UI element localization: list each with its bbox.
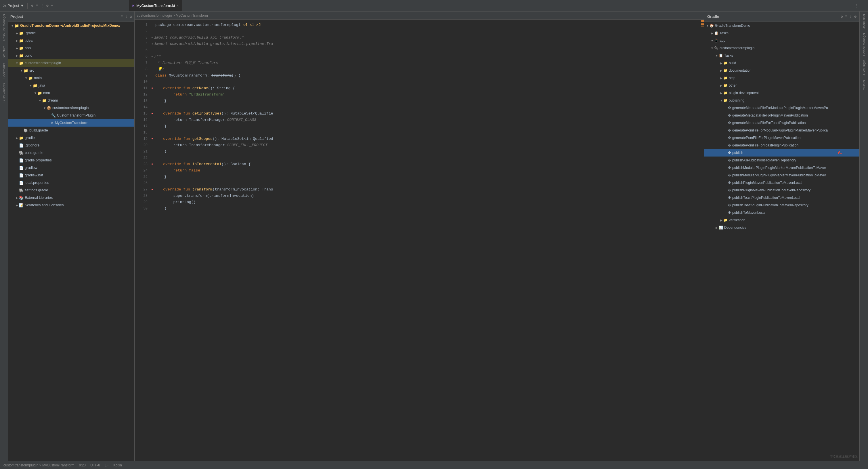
- tree-item-com-dir[interactable]: ▼📁com: [8, 89, 134, 97]
- gradle-item-pub-plugin-repo[interactable]: ⚙publishPluginMavenPublicationToMavenRep…: [704, 186, 859, 194]
- tree-item-plugin-pkg[interactable]: ▼📦customtransformplugin: [8, 104, 134, 112]
- gradle-icon-2[interactable]: ≡: [845, 14, 847, 19]
- tree-item-plugin-dir[interactable]: ▼📁customtransformplugin: [8, 59, 134, 67]
- tree-item-java-dir[interactable]: ▼📁java: [8, 82, 134, 89]
- emulator-label[interactable]: Emulator: [862, 80, 866, 92]
- bookmarks-label[interactable]: Bookmarks: [2, 63, 6, 79]
- tree-label-gradlew: gradlew: [25, 166, 37, 170]
- gradle-item-tasks1[interactable]: ▶📋Tasks: [704, 29, 859, 37]
- code-segment: Transform: [211, 72, 231, 79]
- gradle-item-tasks2[interactable]: ▼📋Tasks: [704, 52, 859, 59]
- gradle-item-build-tasks[interactable]: ▶📁build: [704, 59, 859, 67]
- toolbar-icon-4[interactable]: ⚙: [46, 3, 49, 8]
- gradle-icon-pub-modular-local: ⚙: [728, 166, 731, 170]
- gradle-item-verification[interactable]: ▶📁verification: [704, 216, 859, 224]
- panel-icon-2[interactable]: ↕: [125, 14, 127, 19]
- panel-icon-1[interactable]: ≡: [121, 14, 123, 19]
- tree-item-main-dir[interactable]: ▼📁main: [8, 74, 134, 82]
- code-line-24: return false: [151, 168, 700, 174]
- code-segment: (): MutableSet<Qualifie: [221, 111, 273, 117]
- tree-item-build-dir[interactable]: ▶📁build: [8, 52, 134, 59]
- gradle-item-pub-toast-repo[interactable]: ⚙publishToastPluginPublicationToMavenRep…: [704, 201, 859, 209]
- gradle-item-plugin-dev[interactable]: ▶📁plugin development: [704, 89, 859, 97]
- tree-arrow-scratches: ▶: [15, 204, 19, 207]
- panel-icon-3[interactable]: ⚙: [130, 14, 132, 19]
- gradle-item-gen-meta-modular[interactable]: ⚙generateMetadataFileForModularPluginPlu…: [704, 104, 859, 112]
- gradle-icon-1[interactable]: ⚙: [841, 14, 843, 19]
- tree-item-scratches[interactable]: ▶📝Scratches and Consoles: [8, 201, 134, 209]
- tree-item-mct-file[interactable]: KMyCustomTransform: [8, 119, 134, 126]
- gradle-item-pub-all[interactable]: ⚙publishAllPublicationsToMavenRepository: [704, 156, 859, 164]
- code-line-6: ◀/**: [151, 54, 700, 60]
- code-segment: printLog(): [155, 199, 195, 205]
- build-variants-label[interactable]: Build Variants: [2, 83, 6, 102]
- gradle-item-root[interactable]: ▼🏠GradleTransformDemo: [704, 22, 859, 29]
- tree-item-idea-dir[interactable]: ▶📁.idea: [8, 37, 134, 44]
- gradle-item-pub-modular-repo[interactable]: ⚙publishModularPluginPluginMarkerMavenPu…: [704, 172, 859, 179]
- toolbar-icon-5[interactable]: —: [51, 3, 53, 8]
- toolbar-icon-1[interactable]: ⊕: [31, 3, 33, 8]
- toolbar-icon-2[interactable]: ≡: [36, 3, 38, 8]
- gradle-icon-4[interactable]: ⚙: [854, 14, 857, 19]
- tree-item-build-gradle[interactable]: 🐘build.gradle: [8, 126, 134, 134]
- tree-icon-local-props: 📄: [19, 181, 24, 185]
- gradle-item-pub-toast-local[interactable]: ⚙publishToastPluginPublicationToMavenLoc…: [704, 194, 859, 201]
- asm-plugin-label[interactable]: ASMPlugin: [862, 60, 866, 76]
- tree-item-gradlew[interactable]: 📄gradlew: [8, 164, 134, 172]
- tree-item-gradle-props[interactable]: 📄gradle.properties: [8, 156, 134, 164]
- gradle-item-gen-pom-modular[interactable]: ⚙generatePomFileForModularPluginPluginMa…: [704, 126, 859, 134]
- tab-close-button[interactable]: ×: [177, 4, 179, 7]
- minimize-icon[interactable]: —: [862, 3, 866, 8]
- toolbar-icon-3[interactable]: ⋮: [40, 3, 44, 8]
- project-dropdown[interactable]: 🗂 Project ▼: [2, 3, 24, 8]
- tree-item-local-props[interactable]: 📄local.properties: [8, 179, 134, 186]
- tree-item-src-dir[interactable]: ▼📁src: [8, 67, 134, 74]
- tree-item-root[interactable]: ▼📁GradleTransformDemo ~/AndroidStudioPro…: [8, 22, 134, 29]
- tree-item-dream-dir[interactable]: ▼📁dream: [8, 97, 134, 104]
- more-icon[interactable]: ⋮: [855, 3, 859, 8]
- tree-icon-main-dir: 📁: [28, 76, 33, 80]
- gutter-mark-4: [701, 24, 704, 25]
- tree-item-build-gradle2[interactable]: 🐘build.gradle: [8, 149, 134, 156]
- tree-item-gradle2-dir[interactable]: ▶📁gradle: [8, 134, 134, 142]
- gutter-mark-3: [701, 23, 704, 24]
- code-segment: SCOPE_FULL_PROJECT: [227, 142, 268, 148]
- tab-mycustomtransform[interactable]: K MyCustomTransform.kt ×: [129, 0, 182, 11]
- tree-item-ctplugin-file[interactable]: 🔧CustomTransformPlugin: [8, 112, 134, 119]
- code-content[interactable]: package com.dream.customtransformplugi ⚠…: [149, 20, 700, 461]
- gradle-item-publishing[interactable]: ▼📁publishing: [704, 97, 859, 104]
- code-line-22: [151, 155, 700, 161]
- tree-item-app-dir[interactable]: ▶📁app: [8, 44, 134, 52]
- tree-item-ext-libs[interactable]: ▶📚External Libraries: [8, 194, 134, 201]
- json-editor-label[interactable]: JsonEditor: [862, 14, 866, 29]
- gradle-item-pub-to-local[interactable]: ⚙publishToMavenLocal: [704, 209, 859, 216]
- tree-item-gradle-dir[interactable]: ▶📁.gradle: [8, 29, 134, 37]
- tree-icon-idea-dir: 📁: [19, 38, 24, 43]
- gradle-icon-3[interactable]: ↕: [849, 14, 852, 19]
- gradle-item-other-tasks[interactable]: ▶📁other: [704, 82, 859, 89]
- tree-icon-java-dir: 📁: [33, 83, 37, 88]
- structure-label[interactable]: Structure: [2, 46, 6, 58]
- tree-item-gradlew-bat[interactable]: 📄gradlew.bat: [8, 172, 134, 179]
- gradle-item-dependencies[interactable]: ▶📊Dependencies: [704, 224, 859, 231]
- device-manager-label[interactable]: Device Manager: [862, 33, 866, 56]
- code-line-9: class MyCustomTransform: Transform() {: [151, 72, 700, 79]
- gradle-item-pub-modular-local[interactable]: ⚙publishModularPluginPluginMarkerMavenPu…: [704, 164, 859, 172]
- gradle-item-plugin-node[interactable]: ▼🔌customtransformplugin: [704, 44, 859, 52]
- watermark: ©转主巡金技术社区: [830, 454, 858, 459]
- gradle-item-gen-pom-toast[interactable]: ⚙generatePomFileForToastPluginPublicatio…: [704, 142, 859, 149]
- gradle-item-pub-plugin-local[interactable]: ⚙publishPluginMavenPublicationToMavenLoc…: [704, 179, 859, 186]
- gradle-item-app[interactable]: ▼📱app: [704, 37, 859, 44]
- gradle-item-doc-tasks[interactable]: ▶📁documentation: [704, 67, 859, 74]
- gradle-item-publish[interactable]: ⚙publish➜: [704, 149, 859, 156]
- gradle-label-gen-pom-modular: generatePomFileForModularPluginPluginMar…: [732, 128, 828, 133]
- tree-item-gitignore[interactable]: 📄.gitignore: [8, 142, 134, 149]
- tree-item-settings-gradle[interactable]: 🐘settings.gradle: [8, 186, 134, 194]
- gradle-item-gen-pom-plugin[interactable]: ⚙generatePomFileForPluginMavenPublicatio…: [704, 134, 859, 142]
- resource-manager-label[interactable]: Resource Manager: [2, 14, 6, 41]
- gradle-item-help-tasks[interactable]: ▶📁help: [704, 74, 859, 82]
- gradle-item-gen-meta-toast[interactable]: ⚙generateMetadataFileForToastPluginPubli…: [704, 119, 859, 126]
- left-tool-strip: Resource Manager Structure Bookmarks Bui…: [0, 11, 8, 461]
- gradle-item-gen-meta-plugin[interactable]: ⚙generateMetadataFileForPluginMavenPubli…: [704, 112, 859, 119]
- bottom-encoding: UTF-8: [90, 463, 100, 467]
